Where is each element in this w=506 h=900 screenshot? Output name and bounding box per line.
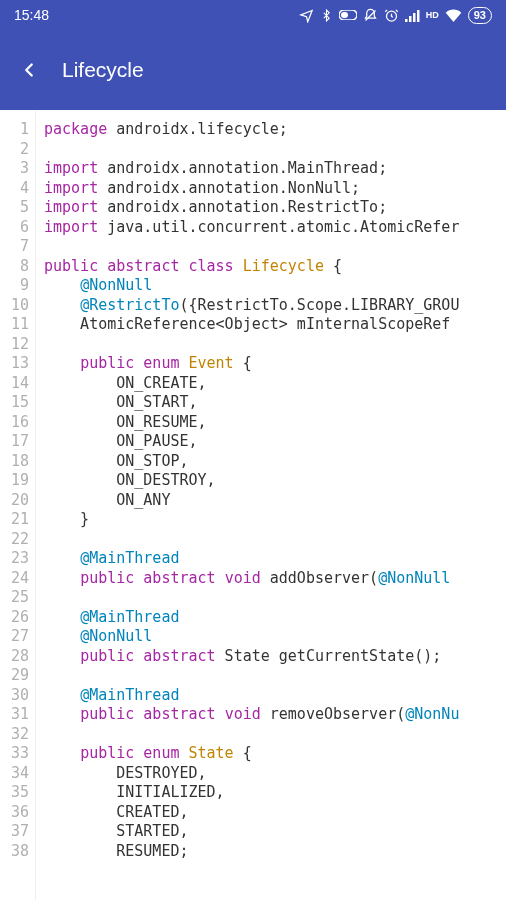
code-viewer[interactable]: 1234567891011121314151617181920212223242…	[0, 110, 506, 900]
code-line: public enum Event {	[44, 354, 506, 374]
code-line: package androidx.lifecycle;	[44, 120, 506, 140]
code-line: @MainThread	[44, 686, 506, 706]
code-line: @MainThread	[44, 608, 506, 628]
line-number: 19	[0, 471, 35, 491]
line-number: 13	[0, 354, 35, 374]
network-type: HD	[426, 11, 439, 20]
battery-indicator: 93	[468, 7, 492, 24]
code-line: @MainThread	[44, 549, 506, 569]
code-line: ON_START,	[44, 393, 506, 413]
code-line: STARTED,	[44, 822, 506, 842]
line-number: 17	[0, 432, 35, 452]
line-gutter: 1234567891011121314151617181920212223242…	[0, 110, 36, 900]
line-number: 31	[0, 705, 35, 725]
line-number: 28	[0, 647, 35, 667]
code-line: ON_RESUME,	[44, 413, 506, 433]
code-line: ON_CREATE,	[44, 374, 506, 394]
code-line: @NonNull	[44, 276, 506, 296]
line-number: 35	[0, 783, 35, 803]
code-line: public abstract State getCurrentState();	[44, 647, 506, 667]
line-number: 12	[0, 335, 35, 355]
back-button[interactable]	[18, 59, 40, 81]
svg-rect-1	[341, 12, 348, 18]
code-line: ON_DESTROY,	[44, 471, 506, 491]
wifi-icon	[445, 9, 462, 22]
code-line: import androidx.annotation.MainThread;	[44, 159, 506, 179]
line-number: 25	[0, 588, 35, 608]
line-number: 34	[0, 764, 35, 784]
svg-rect-7	[417, 10, 420, 22]
code-line: import androidx.annotation.RestrictTo;	[44, 198, 506, 218]
code-line: AtomicReference<Object> mInternalScopeRe…	[44, 315, 506, 335]
line-number: 27	[0, 627, 35, 647]
mute-icon	[363, 8, 378, 23]
code-line: ON_PAUSE,	[44, 432, 506, 452]
code-line: public enum State {	[44, 744, 506, 764]
alarm-icon	[384, 8, 399, 23]
code-line	[44, 237, 506, 257]
line-number: 1	[0, 120, 35, 140]
line-number: 5	[0, 198, 35, 218]
line-number: 38	[0, 842, 35, 862]
code-line	[44, 335, 506, 355]
line-number: 7	[0, 237, 35, 257]
line-number: 20	[0, 491, 35, 511]
line-number: 8	[0, 257, 35, 277]
code-line: public abstract void removeObserver(@Non…	[44, 705, 506, 725]
code-line: }	[44, 510, 506, 530]
code-line	[44, 725, 506, 745]
code-line: import androidx.annotation.NonNull;	[44, 179, 506, 199]
code-line: CREATED,	[44, 803, 506, 823]
code-line: INITIALIZED,	[44, 783, 506, 803]
line-number: 36	[0, 803, 35, 823]
code-content: package androidx.lifecycle; import andro…	[36, 110, 506, 900]
svg-rect-4	[405, 19, 408, 22]
code-line: DESTROYED,	[44, 764, 506, 784]
code-line: import java.util.concurrent.atomic.Atomi…	[44, 218, 506, 238]
svg-rect-6	[413, 13, 416, 22]
line-number: 6	[0, 218, 35, 238]
line-number: 23	[0, 549, 35, 569]
code-line: public abstract class Lifecycle {	[44, 257, 506, 277]
line-number: 30	[0, 686, 35, 706]
code-line: @RestrictTo({RestrictTo.Scope.LIBRARY_GR…	[44, 296, 506, 316]
code-line	[44, 666, 506, 686]
line-number: 4	[0, 179, 35, 199]
line-number: 11	[0, 315, 35, 335]
page-title: Lifecycle	[62, 58, 144, 82]
back-icon	[18, 59, 40, 81]
signal-icon	[405, 9, 420, 22]
line-number: 26	[0, 608, 35, 628]
line-number: 21	[0, 510, 35, 530]
bluetooth-icon	[320, 8, 333, 23]
line-number: 16	[0, 413, 35, 433]
line-number: 18	[0, 452, 35, 472]
line-number: 14	[0, 374, 35, 394]
status-icons: HD 93	[299, 7, 492, 24]
line-number: 37	[0, 822, 35, 842]
line-number: 22	[0, 530, 35, 550]
line-number: 29	[0, 666, 35, 686]
code-line: @NonNull	[44, 627, 506, 647]
app-bar: Lifecycle	[0, 30, 506, 110]
code-line	[44, 530, 506, 550]
status-bar: 15:48 HD 93	[0, 0, 506, 30]
location-icon	[299, 8, 314, 23]
code-line	[44, 140, 506, 160]
status-time: 15:48	[14, 7, 49, 23]
line-number: 10	[0, 296, 35, 316]
line-number: 2	[0, 140, 35, 160]
code-line: public abstract void addObserver(@NonNul…	[44, 569, 506, 589]
svg-rect-5	[409, 16, 412, 22]
pill-icon	[339, 10, 357, 20]
code-line: ON_STOP,	[44, 452, 506, 472]
code-line	[44, 588, 506, 608]
line-number: 9	[0, 276, 35, 296]
line-number: 24	[0, 569, 35, 589]
code-line: RESUMED;	[44, 842, 506, 862]
line-number: 32	[0, 725, 35, 745]
line-number: 33	[0, 744, 35, 764]
line-number: 3	[0, 159, 35, 179]
code-line: ON_ANY	[44, 491, 506, 511]
line-number: 15	[0, 393, 35, 413]
